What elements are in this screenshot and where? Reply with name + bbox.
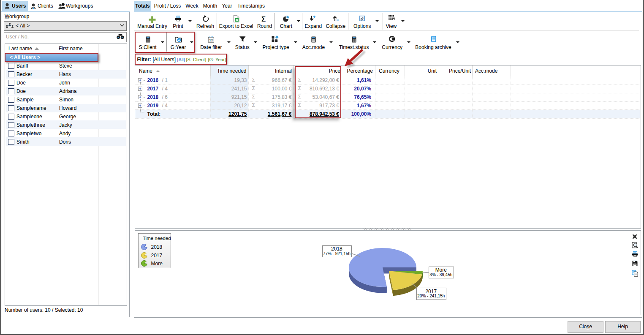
svg-text:Σ: Σ (261, 15, 266, 22)
svg-text:12: 12 (209, 38, 213, 42)
